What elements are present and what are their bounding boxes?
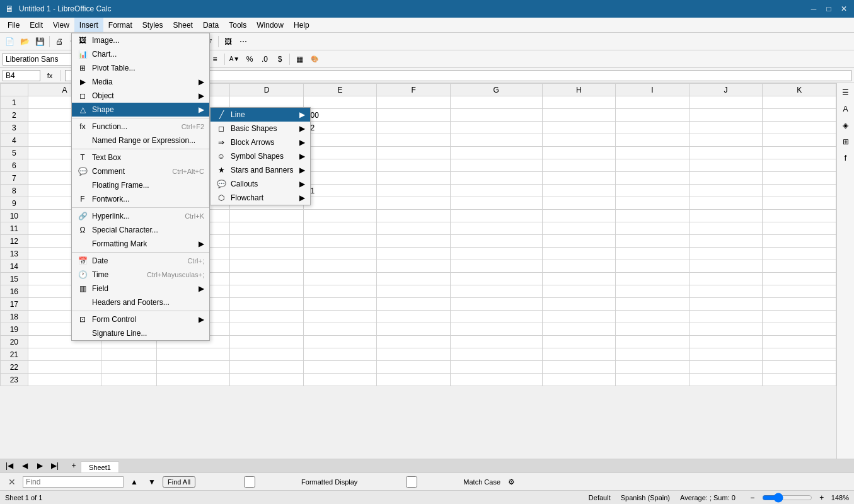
row-header-4[interactable]: 4 [1,134,28,147]
cell-I20[interactable] [616,336,690,348]
menu-form-control[interactable]: ⊡ Form Control ▶ [72,312,209,326]
menu-image[interactable]: 🖼 Image... [72,33,209,47]
cell-H18[interactable] [542,311,616,323]
cell-E5[interactable] [303,147,377,159]
menu-data[interactable]: Data [198,18,224,32]
cell-I8[interactable] [616,185,690,197]
menu-pivot[interactable]: ⊞ Pivot Table... [72,61,209,75]
tb-decimal[interactable]: .0 [258,52,272,66]
cell-I21[interactable] [616,348,690,361]
cell-K3[interactable] [763,122,836,134]
row-header-16[interactable]: 16 [1,285,28,298]
cell-A21[interactable] [28,348,101,361]
cell-F12[interactable] [377,235,451,248]
cell-K8[interactable] [763,185,836,197]
cell-G13[interactable] [450,248,542,260]
cell-G16[interactable] [450,285,542,298]
cell-H23[interactable] [542,374,616,386]
cell-F21[interactable] [377,348,451,361]
cell-H16[interactable] [542,285,616,298]
sheet-tab-sheet1[interactable]: Sheet1 [81,461,119,472]
menu-shape[interactable]: △ Shape ▶ [72,103,209,117]
cell-I18[interactable] [616,311,690,323]
cell-D14[interactable] [230,260,304,273]
cell-D12[interactable] [230,235,304,248]
row-header-2[interactable]: 2 [1,109,28,122]
cell-K11[interactable] [763,222,836,235]
cell-I7[interactable] [616,172,690,185]
cell-F6[interactable] [377,159,451,172]
row-header-22[interactable]: 22 [1,361,28,374]
add-sheet[interactable]: + [67,459,81,472]
cell-E20[interactable] [303,336,377,348]
find-all-button[interactable]: Find All [163,476,195,488]
col-header-j[interactable]: J [689,84,763,96]
cell-D16[interactable] [230,285,304,298]
tb-percent[interactable]: % [243,52,257,66]
menu-edit[interactable]: Edit [25,18,48,32]
tb-borders[interactable]: ▦ [292,52,306,66]
menu-sheet[interactable]: Sheet [168,18,198,32]
menu-object[interactable]: ◻ Object ▶ [72,89,209,103]
cell-I12[interactable] [616,235,690,248]
cell-G6[interactable] [450,159,542,172]
cell-C22[interactable] [156,361,230,374]
row-header-5[interactable]: 5 [1,147,28,159]
cell-K9[interactable] [763,197,836,210]
cell-J15[interactable] [689,273,763,285]
formatted-display-label[interactable]: Formatted Display [199,476,357,488]
cell-F5[interactable] [377,147,451,159]
cell-K4[interactable] [763,134,836,147]
cell-K17[interactable] [763,298,836,311]
menu-field[interactable]: ▥ Field ▶ [72,282,209,295]
cell-H9[interactable] [542,197,616,210]
cell-G17[interactable] [450,298,542,311]
row-header-17[interactable]: 17 [1,298,28,311]
cell-I15[interactable] [616,273,690,285]
cell-H5[interactable] [542,147,616,159]
row-header-14[interactable]: 14 [1,260,28,273]
tb-save[interactable]: 💾 [33,35,47,49]
cell-C23[interactable] [156,374,230,386]
row-header-8[interactable]: 8 [1,185,28,197]
cell-E3[interactable]: 32 [303,122,377,134]
cell-E22[interactable] [303,361,377,374]
cell-H22[interactable] [542,361,616,374]
cell-J23[interactable] [689,374,763,386]
cell-K23[interactable] [763,374,836,386]
cell-F1[interactable] [377,96,451,109]
cell-F11[interactable] [377,222,451,235]
cell-K12[interactable] [763,235,836,248]
tab-next[interactable]: ▶ [33,459,47,472]
cell-H8[interactable] [542,185,616,197]
cell-F2[interactable] [377,109,451,122]
zoom-out[interactable]: − [746,491,759,505]
tb-align-right[interactable]: ≡ [208,52,222,66]
col-header-e[interactable]: E [303,84,377,96]
shape-line[interactable]: ╱ Line ▶ [211,108,310,122]
cell-D20[interactable] [230,336,304,348]
cell-G21[interactable] [450,348,542,361]
match-case-label[interactable]: Match Case [361,476,500,488]
cell-H7[interactable] [542,172,616,185]
cell-D17[interactable] [230,298,304,311]
cell-H17[interactable] [542,298,616,311]
tab-prev[interactable]: ◀ [18,459,32,472]
row-header-1[interactable]: 1 [1,96,28,109]
tb-open[interactable]: 📂 [18,35,32,49]
cell-H1[interactable] [542,96,616,109]
cell-I13[interactable] [616,248,690,260]
cell-E11[interactable] [303,222,377,235]
col-header-d[interactable]: D [230,84,304,96]
find-more-options[interactable]: ⚙ [504,475,518,489]
row-header-6[interactable]: 6 [1,159,28,172]
row-header-23[interactable]: 23 [1,374,28,386]
tab-last[interactable]: ▶| [48,459,62,472]
cell-A23[interactable] [28,374,101,386]
cell-C21[interactable] [156,348,230,361]
row-header-20[interactable]: 20 [1,336,28,348]
cell-F8[interactable] [377,185,451,197]
cell-G22[interactable] [450,361,542,374]
row-header-15[interactable]: 15 [1,273,28,285]
cell-E17[interactable] [303,298,377,311]
